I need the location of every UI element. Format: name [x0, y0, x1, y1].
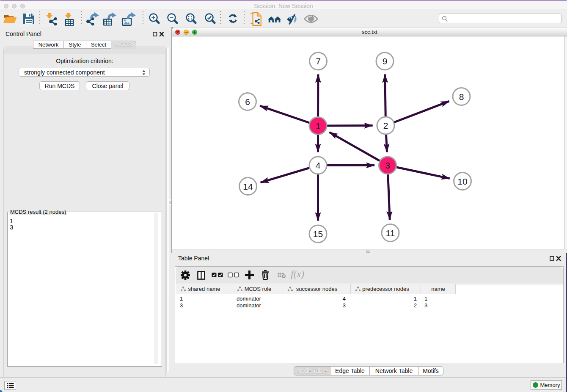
svg-text:15: 15	[313, 229, 323, 239]
svg-text:10: 10	[457, 177, 467, 186]
svg-text:6: 6	[245, 97, 250, 107]
svg-text:2: 2	[383, 121, 388, 130]
svg-text:8: 8	[459, 92, 464, 102]
svg-text:3: 3	[385, 160, 390, 170]
svg-text:7: 7	[316, 56, 321, 66]
svg-text:4: 4	[316, 160, 321, 170]
svg-text:14: 14	[243, 182, 253, 191]
svg-text:11: 11	[386, 228, 395, 238]
svg-text:1: 1	[316, 121, 321, 131]
svg-text:9: 9	[383, 56, 388, 66]
